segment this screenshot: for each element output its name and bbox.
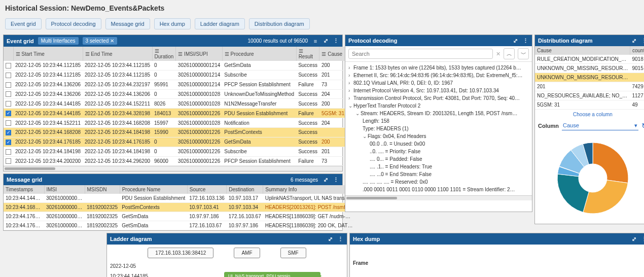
- row-checkbox[interactable]: [6, 149, 11, 155]
- column-header[interactable]: IMSI: [44, 185, 85, 194]
- tree-node[interactable]: Ethernet II, Src: 96:14:dc:94:83:f6 (96:…: [348, 72, 529, 79]
- tree-node[interactable]: 00.0 ..0. = Unused: 0x00: [348, 140, 529, 148]
- row-checkbox[interactable]: [6, 101, 11, 107]
- table-row[interactable]: 10:23:44.1761853026100000012…18192002325…: [4, 212, 354, 221]
- tab-distribution-diagram[interactable]: Distribution diagram: [249, 18, 310, 29]
- table-row[interactable]: UNKNOWN_OR_MISSING_RESOURCE; UNKNOWN_OR_…: [535, 73, 644, 82]
- horizontal-scrollbar[interactable]: [4, 166, 342, 171]
- tree-node[interactable]: Type: HEADERS (1): [348, 125, 529, 132]
- table-row[interactable]: 10:23:44.1441853026100000012…PDU Session…: [4, 194, 354, 203]
- table-row[interactable]: 2022-12-05 10:23:44.1441852022-12-05 10:…: [4, 99, 346, 109]
- table-row[interactable]: 2022-12-05 10:23:44.1682082022-12-05 10:…: [4, 128, 346, 137]
- expand-down-icon[interactable]: ﹀: [518, 48, 529, 59]
- tree-node[interactable]: Frame 1: 1533 bytes on wire (12264 bits)…: [348, 64, 529, 72]
- collapse-up-icon[interactable]: ︿: [504, 48, 515, 59]
- row-checkbox[interactable]: [6, 91, 11, 97]
- table-row[interactable]: 2022-12-05 10:23:44.1522112022-12-05 10:…: [4, 118, 346, 128]
- row-checkbox[interactable]: [6, 140, 11, 145]
- table-row[interactable]: RULE_CREATION_MODIFICATION_FAILURE9018: [535, 55, 644, 64]
- table-row[interactable]: 2022-12-05 10:23:44.1841982022-12-05 10:…: [4, 147, 346, 156]
- column-header[interactable]: ☰ Cause: [319, 47, 346, 61]
- column-header[interactable]: Cause: [535, 46, 630, 55]
- tree-node[interactable]: .000 0001 0011 0001 0110 0000 1100 1101 …: [348, 186, 529, 193]
- row-checkbox[interactable]: [6, 82, 11, 88]
- search-input[interactable]: [348, 49, 493, 59]
- table-row[interactable]: 2017429: [535, 82, 644, 91]
- tree-node[interactable]: Length: 158: [348, 117, 529, 125]
- more-icon[interactable]: ⋮: [332, 38, 339, 45]
- more-icon[interactable]: ⋮: [640, 37, 644, 44]
- expand-icon[interactable]: ⤢: [630, 37, 637, 44]
- expand-icon[interactable]: ⤢: [512, 37, 519, 44]
- row-checkbox[interactable]: [6, 73, 11, 78]
- pie-slice[interactable]: [583, 180, 628, 214]
- more-icon[interactable]: ⋮: [337, 235, 344, 243]
- row-checkbox[interactable]: [6, 130, 11, 135]
- expand-icon[interactable]: ⤢: [322, 38, 329, 45]
- tree-node[interactable]: Transmission Control Protocol, Src Port:…: [348, 94, 529, 102]
- column-header[interactable]: Timestamps: [4, 185, 44, 194]
- ladder-node[interactable]: SMF: [280, 248, 306, 258]
- column-header[interactable]: Source: [187, 185, 227, 194]
- table-row[interactable]: 2022-12-05 10:23:44.1362062022-12-05 10:…: [4, 89, 346, 99]
- clear-icon[interactable]: ✕: [496, 51, 500, 57]
- tab-message-grid[interactable]: Message grid: [105, 18, 150, 29]
- column-header[interactable]: ☰ Result: [296, 47, 319, 61]
- protocol-tree[interactable]: Frame 1: 1533 bytes on wire (12264 bits)…: [345, 62, 532, 195]
- table-row[interactable]: 10:23:44.1682083026100000012…18192002325…: [4, 203, 354, 212]
- ladder-message-arrow[interactable]: UL NAS transport, PDU sessio…: [224, 272, 320, 277]
- column-header[interactable]: Destination: [227, 185, 263, 194]
- table-row[interactable]: 10:23:44.1761853026100000012…18192002325…: [4, 221, 354, 230]
- table-row[interactable]: 2022-12-05 10:23:44.1761852022-12-05 10:…: [4, 137, 346, 147]
- ladder-node[interactable]: AMF: [234, 248, 260, 258]
- tree-node[interactable]: HyperText Transfer Protocol 2: [348, 102, 529, 110]
- column-header[interactable]: Procedure Name: [120, 185, 187, 194]
- expand-icon[interactable]: ⤢: [630, 235, 637, 243]
- column-header[interactable]: Summary Info: [263, 185, 355, 194]
- tree-node[interactable]: 802.1Q Virtual LAN, PRI: 0, DEI: 0, ID: …: [348, 79, 529, 87]
- pie-slice[interactable]: [593, 143, 628, 183]
- table-row[interactable]: 2022-12-05 10:23:44.1121852022-12-05 10:…: [4, 70, 346, 80]
- tree-node[interactable]: Flags: 0x04, End Headers: [348, 132, 529, 140]
- row-checkbox[interactable]: [6, 158, 11, 164]
- row-checkbox[interactable]: [6, 111, 11, 116]
- table-row[interactable]: 5GSM: 3149: [535, 100, 644, 110]
- column-header[interactable]: ☰ End Time: [83, 47, 152, 61]
- row-checkbox[interactable]: [6, 63, 11, 68]
- table-row[interactable]: 2022-12-05 10:23:44.2002002022-12-05 10:…: [4, 156, 346, 166]
- tree-node[interactable]: .... ...0 = End Stream: False: [348, 170, 529, 178]
- selected-count-badge[interactable]: 3 selected ✕: [83, 37, 117, 45]
- tree-node[interactable]: .... .... .... .... = Reserved: 0x0: [348, 178, 529, 186]
- tab-ladder-diagram[interactable]: Ladder diagram: [195, 18, 245, 29]
- expand-icon[interactable]: ⤢: [327, 235, 334, 243]
- tree-node[interactable]: ..0. .... = Priority: False: [348, 148, 529, 155]
- refresh-icon[interactable]: ↻: [641, 122, 644, 130]
- expand-icon[interactable]: ⤢: [322, 176, 329, 183]
- tree-node[interactable]: .... .1.. = End Headers: True: [348, 163, 529, 170]
- tab-event-grid[interactable]: Event grid: [5, 18, 42, 29]
- table-row[interactable]: NO_RESOURCES_AVAILABLE; NO_AVAILA…1127: [535, 91, 644, 100]
- column-header[interactable]: ☰ Start Time: [13, 47, 83, 61]
- horizontal-scrollbar[interactable]: [345, 195, 532, 200]
- column-header[interactable]: ☰ Procedure: [222, 47, 296, 61]
- table-row[interactable]: 2022-12-05 10:23:44.1362062022-12-05 10:…: [4, 80, 346, 89]
- table-row[interactable]: 2022-12-05 10:23:44.1441852022-12-05 10:…: [4, 109, 346, 118]
- column-header[interactable]: ☰ Duration: [152, 47, 176, 61]
- column-select[interactable]: Cause ▾: [562, 121, 638, 130]
- tree-node[interactable]: .... 0... = Padded: False: [348, 155, 529, 163]
- choose-column-link[interactable]: Choose a column: [535, 110, 644, 119]
- table-row[interactable]: UNKNOWN_OR_MISSING_RESOURCE; UN…9015: [535, 64, 644, 73]
- column-header[interactable]: count: [630, 46, 645, 55]
- table-row[interactable]: 2022-12-05 10:23:44.1121852022-12-05 10:…: [4, 61, 346, 70]
- more-icon[interactable]: ⋮: [522, 37, 529, 44]
- tab-hex-dump[interactable]: Hex dump: [154, 18, 191, 29]
- multi-interfaces-badge[interactable]: Multi Interfaces: [38, 37, 79, 45]
- row-checkbox[interactable]: [6, 120, 11, 126]
- column-header[interactable]: ☰ IMSI/SUPI: [176, 47, 222, 61]
- tree-node[interactable]: Internet Protocol Version 4, Src: 10.97.…: [348, 87, 529, 94]
- more-icon[interactable]: ⋮: [332, 176, 339, 183]
- tab-protocol-decoding[interactable]: Protocol decoding: [46, 18, 101, 29]
- more-icon[interactable]: ⋮: [640, 235, 644, 243]
- column-header[interactable]: MSISDN: [85, 185, 120, 194]
- tree-node[interactable]: Stream: HEADERS, Stream ID: 20013261, Le…: [348, 110, 529, 117]
